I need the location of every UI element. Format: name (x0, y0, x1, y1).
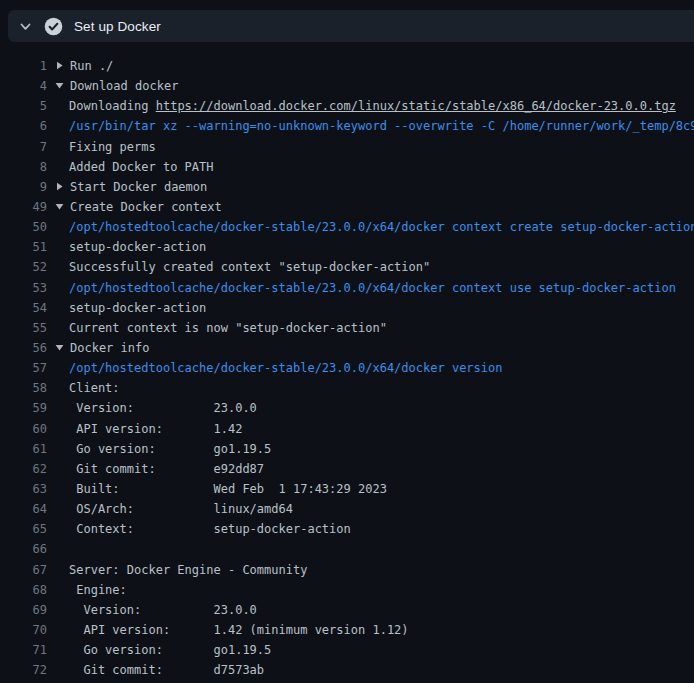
line-number[interactable]: 56 (0, 338, 47, 358)
line-number[interactable]: 60 (0, 419, 47, 439)
log-line: 8Added Docker to PATH (0, 157, 694, 177)
line-number[interactable]: 72 (0, 660, 47, 680)
group-title[interactable]: Run ./ (70, 59, 113, 73)
expander-collapsed-icon[interactable] (55, 177, 70, 197)
line-number[interactable]: 53 (0, 278, 47, 298)
line-number[interactable]: 66 (0, 539, 47, 559)
log-line: 55Current context is now "setup-docker-a… (0, 318, 694, 338)
log-text-line: Downloading https://download.docker.com/… (47, 96, 694, 116)
log-text: Go version: go1.19.5 (47, 439, 694, 459)
group-header[interactable]: Docker info (47, 338, 694, 358)
command-line: /opt/hostedtoolcache/docker-stable/23.0.… (47, 217, 694, 237)
log-lines: 1Run ./4Download docker5Downloading http… (0, 56, 694, 680)
log-text: Added Docker to PATH (47, 157, 694, 177)
line-number[interactable]: 54 (0, 298, 47, 318)
line-number[interactable]: 5 (0, 96, 47, 116)
line-number[interactable]: 71 (0, 640, 47, 660)
log-line: 69 Version: 23.0.0 (0, 600, 694, 620)
group-header[interactable]: Download docker (47, 76, 694, 96)
expander-expanded-icon[interactable] (55, 197, 70, 217)
log-text: Git commit: d7573ab (47, 660, 694, 680)
log-line: 51setup-docker-action (0, 237, 694, 257)
line-number[interactable]: 70 (0, 620, 47, 640)
line-number[interactable]: 6 (0, 116, 47, 136)
line-number[interactable]: 59 (0, 398, 47, 418)
line-number[interactable]: 55 (0, 318, 47, 338)
log-text: setup-docker-action (47, 298, 694, 318)
log-text: Client: (47, 378, 694, 398)
line-number[interactable]: 52 (0, 257, 47, 277)
line-number[interactable]: 1 (0, 56, 47, 76)
group-title[interactable]: Download docker (70, 79, 178, 93)
expander-expanded-icon[interactable] (55, 338, 70, 358)
line-number[interactable]: 61 (0, 439, 47, 459)
group-title[interactable]: Create Docker context (70, 200, 222, 214)
line-number[interactable]: 68 (0, 580, 47, 600)
line-number[interactable]: 62 (0, 459, 47, 479)
line-number[interactable]: 67 (0, 560, 47, 580)
chevron-down-icon[interactable] (19, 20, 32, 33)
line-number[interactable]: 65 (0, 519, 47, 539)
log-line: 58Client: (0, 378, 694, 398)
line-number[interactable]: 51 (0, 237, 47, 257)
line-number[interactable]: 7 (0, 137, 47, 157)
log-line: 62 Git commit: e92dd87 (0, 459, 694, 479)
log-text: Engine: (47, 580, 694, 600)
expander-collapsed-icon[interactable] (55, 56, 70, 76)
log-line: 65 Context: setup-docker-action (0, 519, 694, 539)
line-number[interactable]: 50 (0, 217, 47, 237)
log-text: Git commit: e92dd87 (47, 459, 694, 479)
line-number[interactable]: 9 (0, 177, 47, 197)
log-text: Fixing perms (47, 137, 694, 157)
log-line: 7Fixing perms (0, 137, 694, 157)
log-text: Context: setup-docker-action (47, 519, 694, 539)
group-header[interactable]: Run ./ (47, 56, 694, 76)
line-number[interactable]: 63 (0, 479, 47, 499)
log-line: 61 Go version: go1.19.5 (0, 439, 694, 459)
log-line: 72 Git commit: d7573ab (0, 660, 694, 680)
log-line: 57/opt/hostedtoolcache/docker-stable/23.… (0, 358, 694, 378)
log-line: 6/usr/bin/tar xz --warning=no-unknown-ke… (0, 116, 694, 136)
log-text: Current context is now "setup-docker-act… (47, 318, 694, 338)
log-line: 64 OS/Arch: linux/amd64 (0, 499, 694, 519)
group-header[interactable]: Create Docker context (47, 197, 694, 217)
status-check-icon (44, 17, 63, 36)
log-text: Version: 23.0.0 (47, 600, 694, 620)
line-number[interactable]: 69 (0, 600, 47, 620)
log-line: 59 Version: 23.0.0 (0, 398, 694, 418)
step-header[interactable]: Set up Docker (8, 10, 694, 42)
log-line: 50/opt/hostedtoolcache/docker-stable/23.… (0, 217, 694, 237)
log-text: Successfully created context "setup-dock… (47, 257, 694, 277)
log-line: 67Server: Docker Engine - Community (0, 560, 694, 580)
log-text: Go version: go1.19.5 (47, 640, 694, 660)
step-title: Set up Docker (74, 19, 161, 34)
log-line: 4Download docker (0, 76, 694, 96)
log-line: 60 API version: 1.42 (0, 419, 694, 439)
log-line: 66 (0, 539, 694, 559)
log-line: 68 Engine: (0, 580, 694, 600)
group-title[interactable]: Docker info (70, 341, 149, 355)
group-title[interactable]: Start Docker daemon (70, 180, 207, 194)
line-number[interactable]: 4 (0, 76, 47, 96)
log-text: setup-docker-action (47, 237, 694, 257)
log-line: 63 Built: Wed Feb 1 17:43:29 2023 (0, 479, 694, 499)
log-text: API version: 1.42 (minimum version 1.12) (47, 620, 694, 640)
expander-expanded-icon[interactable] (55, 76, 70, 96)
line-number[interactable]: 57 (0, 358, 47, 378)
log-text: Version: 23.0.0 (47, 398, 694, 418)
log-line: 49Create Docker context (0, 197, 694, 217)
line-number[interactable]: 58 (0, 378, 47, 398)
line-number[interactable]: 49 (0, 197, 47, 217)
log-line: 71 Go version: go1.19.5 (0, 640, 694, 660)
log-link[interactable]: https://download.docker.com/linux/static… (156, 99, 676, 113)
log-line: 53/opt/hostedtoolcache/docker-stable/23.… (0, 278, 694, 298)
line-number[interactable]: 64 (0, 499, 47, 519)
log-line: 5Downloading https://download.docker.com… (0, 96, 694, 116)
log-line: 1Run ./ (0, 56, 694, 76)
log-line: 9Start Docker daemon (0, 177, 694, 197)
log-line: 56Docker info (0, 338, 694, 358)
group-header[interactable]: Start Docker daemon (47, 177, 694, 197)
log-text: API version: 1.42 (47, 419, 694, 439)
line-number[interactable]: 8 (0, 157, 47, 177)
empty-line (47, 539, 694, 559)
